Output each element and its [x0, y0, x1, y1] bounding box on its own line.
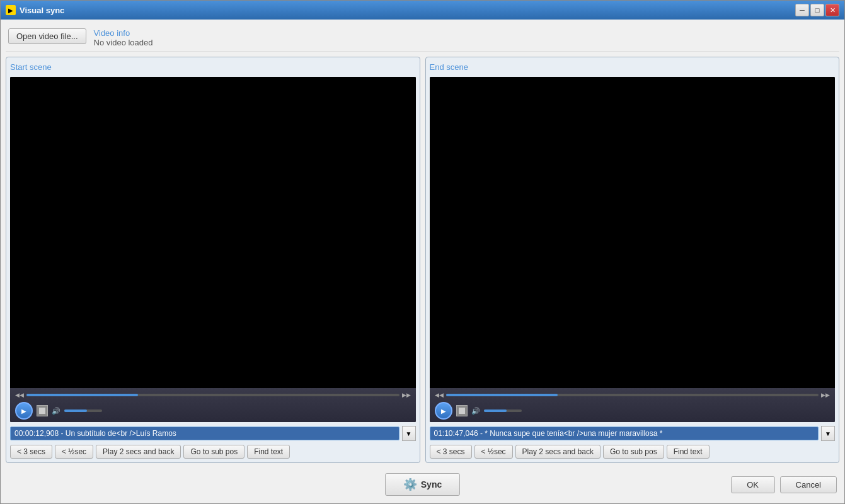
open-video-button[interactable]: Open video file... [8, 28, 86, 44]
start-goto-button[interactable]: Go to sub pos [183, 445, 244, 459]
end-controls-row: ▶ 🔊 [435, 402, 831, 420]
end-scene-title: End scene [430, 61, 836, 73]
maximize-button[interactable]: □ [810, 4, 824, 16]
end-player-controls: ◀◀ ▶▶ ▶ 🔊 [430, 388, 836, 422]
start-volume-icon: 🔊 [52, 407, 60, 415]
app-icon: ▶ [6, 5, 16, 15]
end-volume-fill [484, 410, 507, 412]
start-find-text-button[interactable]: Find text [247, 445, 290, 459]
start-half-sec-button[interactable]: < ½sec [55, 445, 93, 459]
end-goto-button[interactable]: Go to sub pos [603, 445, 664, 459]
cancel-button[interactable]: Cancel [780, 476, 837, 493]
video-info-section: Video info No video loaded [94, 28, 153, 47]
start-seek-bar[interactable] [26, 394, 400, 396]
main-window: ▶ Visual sync ─ □ ✕ Open video file... V… [0, 0, 845, 504]
dialog-buttons: OK Cancel [731, 476, 837, 493]
title-bar: ▶ Visual sync ─ □ ✕ [1, 1, 844, 20]
end-seek-forward-icon: ▶▶ [821, 392, 830, 398]
end-dropdown-arrow[interactable]: ▼ [821, 426, 835, 441]
start-seek-progress [26, 394, 138, 396]
end-play-secs-button[interactable]: Play 2 secs and back [515, 445, 601, 459]
sync-button[interactable]: ⚙️ Sync [385, 473, 460, 496]
end-volume-bar[interactable] [484, 410, 522, 412]
start-subtitle-dropdown[interactable]: 00:00:12,908 - Un subtítulo de<br />Luís… [10, 427, 400, 440]
scenes-container: Start scene ◀◀ ▶▶ ▶ [6, 57, 839, 463]
end-half-sec-button[interactable]: < ½sec [474, 445, 513, 459]
end-subtitle-dropdown[interactable]: 01:10:47,046 - * Nunca supe que tenía<br… [430, 427, 819, 440]
start-controls-row: ▶ 🔊 [15, 402, 411, 420]
start-dropdown-arrow[interactable]: ▼ [402, 426, 416, 441]
start-play-button[interactable]: ▶ [15, 402, 33, 420]
start-scene-panel: Start scene ◀◀ ▶▶ ▶ [6, 57, 420, 463]
minimize-button[interactable]: ─ [795, 4, 809, 16]
top-bar: Open video file... Video info No video l… [6, 25, 839, 52]
window-controls: ─ □ ✕ [795, 4, 839, 16]
end-seek-bar[interactable] [446, 394, 819, 396]
end-video-screen [430, 77, 836, 388]
ok-button[interactable]: OK [731, 476, 775, 493]
close-button[interactable]: ✕ [825, 4, 839, 16]
start-subtitle-row: 00:00:12,908 - Un subtítulo de<br />Luís… [10, 426, 416, 441]
start-stop-button[interactable] [37, 405, 48, 416]
start-action-buttons: < 3 secs < ½sec Play 2 secs and back Go … [10, 445, 416, 459]
sync-label: Sync [421, 479, 442, 490]
seek-back-icon: ◀◀ [15, 392, 24, 398]
sync-icon: ⚙️ [403, 478, 417, 491]
start-volume-fill [64, 410, 87, 412]
end-video-player: ◀◀ ▶▶ ▶ 🔊 [430, 77, 836, 422]
window-content: Open video file... Video info No video l… [1, 20, 844, 503]
start-seek-bar-container: ◀◀ ▶▶ [15, 391, 411, 399]
end-find-text-button[interactable]: Find text [667, 445, 710, 459]
end-subtitle-row: 01:10:47,046 - * Nunca supe que tenía<br… [430, 426, 836, 441]
end-seek-bar-container: ◀◀ ▶▶ [435, 391, 831, 399]
start-3secs-button[interactable]: < 3 secs [10, 445, 52, 459]
end-volume-icon: 🔊 [471, 407, 480, 415]
start-video-screen [10, 77, 416, 388]
end-action-buttons: < 3 secs < ½sec Play 2 secs and back Go … [430, 445, 836, 459]
end-3secs-button[interactable]: < 3 secs [430, 445, 472, 459]
end-stop-button[interactable] [456, 405, 468, 416]
start-volume-bar[interactable] [64, 410, 102, 412]
start-player-controls: ◀◀ ▶▶ ▶ 🔊 [10, 388, 416, 422]
video-info-value: No video loaded [94, 38, 153, 47]
end-seek-progress [446, 394, 558, 396]
window-title: Visual sync [20, 6, 795, 15]
end-seek-back-icon: ◀◀ [435, 392, 444, 398]
bottom-bar: ⚙️ Sync OK Cancel [6, 468, 839, 498]
video-info-label: Video info [94, 28, 153, 38]
start-video-player: ◀◀ ▶▶ ▶ 🔊 [10, 77, 416, 422]
start-scene-title: Start scene [10, 61, 416, 73]
end-scene-panel: End scene ◀◀ ▶▶ ▶ [425, 57, 840, 463]
end-play-button[interactable]: ▶ [435, 402, 452, 420]
seek-forward-icon: ▶▶ [402, 392, 411, 398]
start-play-secs-button[interactable]: Play 2 secs and back [96, 445, 181, 459]
bottom-spacer-right: OK Cancel [460, 476, 837, 493]
